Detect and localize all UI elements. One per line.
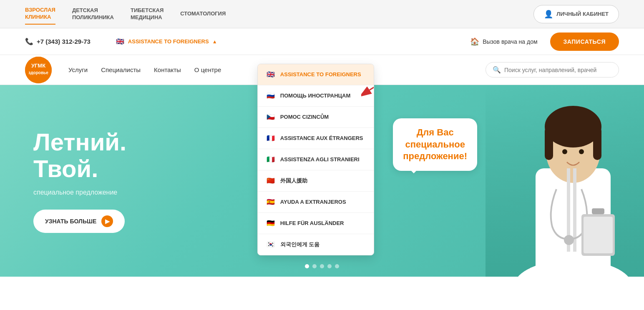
nav-contacts[interactable]: Контакты — [154, 66, 181, 73]
nav-specialists[interactable]: Специалисты — [101, 66, 141, 73]
nav-tibetan-medicine[interactable]: ТИБЕТСКАЯ МЕДИЦИНА — [131, 4, 164, 25]
english-flag-icon: 🇬🇧 — [266, 70, 275, 79]
nav-children-clinic[interactable]: ДЕТСКАЯ ПОЛИКЛИНИКА — [72, 4, 114, 25]
phone-icon: 📞 — [25, 38, 33, 45]
svg-point-14 — [564, 235, 574, 245]
nav-about[interactable]: О центре — [194, 66, 221, 73]
chinese-flag-icon: 🇨🇳 — [266, 176, 275, 185]
logo-circle: УГМК здоровье — [25, 57, 52, 83]
cabinet-button[interactable]: 👤 ЛИЧНЫЙ КАБИНЕТ — [533, 5, 619, 23]
czech-flag-icon: 🇨🇿 — [266, 112, 275, 122]
user-icon: 👤 — [544, 10, 553, 19]
dot-3[interactable] — [320, 264, 324, 268]
dot-4[interactable] — [327, 264, 332, 268]
next-slide-button[interactable]: ▶ — [597, 257, 611, 270]
svg-rect-8 — [545, 127, 553, 160]
dropdown-item-italian[interactable]: 🇮🇹 ASSISTENZA AGLI STRANIERI — [258, 149, 374, 170]
nav-services[interactable]: Услуги — [68, 66, 88, 73]
svg-text:здоровье: здоровье — [28, 70, 48, 75]
nav-adult-clinic[interactable]: ВЗРОСЛАЯ КЛИНИКА — [25, 3, 55, 25]
dropdown-item-german[interactable]: 🇩🇪 HILFE FÜR AUSLÄNDER — [258, 213, 374, 234]
hero-title: Летний. Твой. — [33, 129, 126, 182]
hero-slide-arrows: ◀ ▶ — [581, 257, 611, 270]
search-icon: 🔍 — [493, 66, 501, 74]
search-box[interactable]: 🔍 — [486, 62, 619, 78]
logo[interactable]: УГМК здоровье — [25, 57, 52, 83]
assistance-label: ASSISTANCE TO FOREIGNERS — [128, 38, 209, 45]
main-nav-items: Услуги Специалисты Контакты О центре — [68, 66, 221, 73]
dropdown-item-korean[interactable]: 🇰🇷 외국인에게 도움 — [258, 234, 374, 255]
arrow-right-icon: ▶ — [101, 215, 113, 227]
svg-rect-16 — [584, 217, 613, 253]
phone-block: 📞 +7 (343) 312-29-73 — [25, 38, 91, 45]
prev-slide-button[interactable]: ◀ — [581, 257, 594, 270]
dropdown-item-french[interactable]: 🇫🇷 ASSISTANCE AUX ÉTRANGERS — [258, 128, 374, 149]
dot-2[interactable] — [312, 264, 317, 268]
search-input[interactable] — [504, 67, 612, 73]
dropdown-item-chinese[interactable]: 🇨🇳 外国人援助 — [258, 170, 374, 192]
hero-subtitle: специальное предложение — [33, 189, 126, 196]
dot-5[interactable] — [335, 264, 339, 268]
french-flag-icon: 🇫🇷 — [266, 134, 275, 143]
russian-flag-icon: 🇷🇺 — [266, 91, 275, 100]
cabinet-button-wrapper: 👤 ЛИЧНЫЙ КАБИНЕТ — [533, 5, 619, 23]
nav-dentistry[interactable]: СТОМАТОЛОГИЯ — [180, 7, 226, 21]
dropdown-item-russian[interactable]: 🇷🇺 ПОМОЩЬ ИНОСТРАНЦАМ — [258, 85, 374, 107]
speech-bubble: Для Вас специальное предложение! — [393, 118, 477, 171]
zapisat-button[interactable]: ЗАПИСАТЬСЯ — [550, 32, 619, 51]
dropdown-item-english[interactable]: 🇬🇧 ASSISTANCE TO FOREIGNERS — [258, 64, 374, 85]
dropdown-item-spanish[interactable]: 🇪🇸 AYUDA A EXTRANJEROS — [258, 192, 374, 213]
dropdown-item-czech[interactable]: 🇨🇿 POMOC CIZINCŮM — [258, 107, 374, 128]
svg-text:УГМК: УГМК — [31, 62, 45, 69]
assistance-dropdown-trigger[interactable]: 🇬🇧 ASSISTANCE TO FOREIGNERS ▲ 🇬🇧 ASSISTA — [116, 37, 217, 46]
hero-dots — [305, 264, 339, 268]
phone-number: +7 (343) 312-29-73 — [37, 38, 91, 45]
language-dropdown: 🇬🇧 ASSISTANCE TO FOREIGNERS 🇷🇺 ПОМОЩЬ ИН… — [257, 64, 374, 255]
chevron-up-icon: ▲ — [212, 39, 217, 45]
dot-1[interactable] — [305, 264, 309, 268]
spanish-flag-icon: 🇪🇸 — [266, 198, 275, 207]
house-call-label: Вызов врача на дом — [483, 38, 537, 45]
svg-point-11 — [579, 149, 584, 154]
uk-flag-icon: 🇬🇧 — [116, 37, 125, 46]
svg-rect-17 — [592, 208, 604, 214]
house-call-block[interactable]: 🏠 Вызов врача на дом — [470, 37, 537, 46]
german-flag-icon: 🇩🇪 — [266, 219, 275, 228]
top-navigation: ВЗРОСЛАЯ КЛИНИКА ДЕТСКАЯ ПОЛИКЛИНИКА ТИБ… — [0, 0, 644, 28]
secondary-bar: 📞 +7 (343) 312-29-73 🇬🇧 ASSISTANCE TO FO… — [0, 28, 644, 55]
italian-flag-icon: 🇮🇹 — [266, 155, 275, 164]
svg-point-10 — [562, 149, 567, 154]
svg-rect-9 — [593, 127, 601, 160]
korean-flag-icon: 🇰🇷 — [266, 240, 275, 249]
learn-more-button[interactable]: УЗНАТЬ БОЛЬШЕ ▶ — [33, 210, 125, 233]
hero-content: Летний. Твой. специальное предложение УЗ… — [33, 129, 126, 233]
svg-point-7 — [545, 106, 601, 148]
svg-point-1 — [25, 57, 52, 83]
house-icon: 🏠 — [470, 37, 479, 46]
doctor-image — [486, 85, 644, 277]
